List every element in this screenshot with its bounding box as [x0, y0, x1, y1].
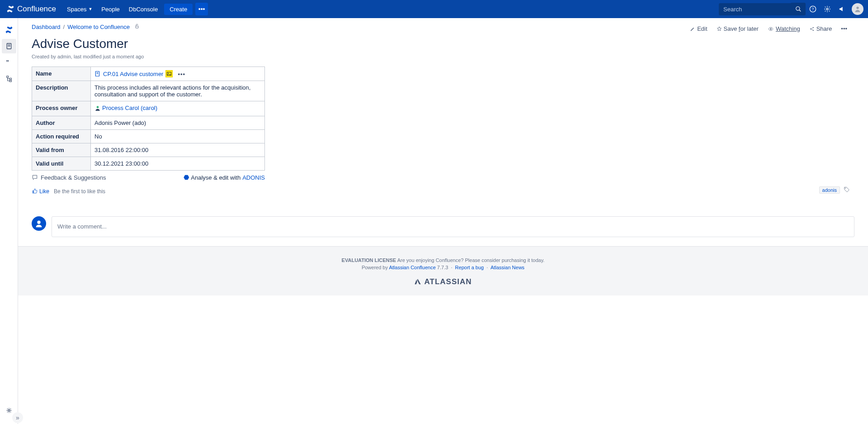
metadata-table: Name CP.01 Advise customer ••• Descripti… — [32, 67, 265, 171]
like-count-text: Be the first to like this — [54, 188, 105, 195]
more-actions-button[interactable]: ••• — [195, 3, 208, 15]
thumbs-up-icon — [32, 188, 38, 194]
sidebar-expand-button[interactable]: » — [12, 412, 23, 423]
analyse-link[interactable]: Analyse & edit with ADONIS — [184, 174, 265, 181]
create-button[interactable]: Create — [164, 4, 193, 15]
label-until: Valid until — [32, 157, 91, 170]
star-icon — [717, 26, 722, 32]
notifications-button[interactable] — [835, 2, 849, 16]
lock-open-icon — [134, 24, 140, 29]
gear-small-icon — [5, 407, 13, 414]
nav-people[interactable]: People — [97, 0, 124, 18]
image-attachment-icon[interactable] — [165, 70, 173, 77]
nav-spaces[interactable]: Spaces▼ — [62, 0, 97, 18]
value-description: This process includes all relevant actio… — [91, 81, 265, 101]
svg-point-22 — [97, 106, 99, 108]
svg-point-17 — [813, 30, 814, 31]
svg-point-23 — [845, 188, 846, 189]
label-owner: Process owner — [32, 101, 91, 116]
label-action: Action required — [32, 129, 91, 143]
svg-line-1 — [799, 10, 801, 12]
brand-label: Confluence — [17, 5, 56, 14]
sidebar-space-logo[interactable] — [2, 23, 16, 37]
byline-modified[interactable]: just a moment ago — [103, 54, 144, 59]
confluence-icon — [6, 5, 14, 13]
page-byline: Created by admin, last modified just a m… — [32, 54, 850, 59]
quote-icon: ” — [5, 59, 13, 66]
sidebar-pages[interactable] — [2, 39, 16, 53]
share-icon — [809, 26, 815, 32]
breadcrumb-welcome[interactable]: Welcome to Confluence — [67, 24, 130, 30]
sidebar-blog[interactable]: ” — [2, 55, 16, 70]
page-title: Advise Customer — [32, 37, 850, 51]
page-footer: EVALUATION LICENSE Are you enjoying Conf… — [18, 246, 868, 295]
process-name-link[interactable]: CP.01 Advise customer — [103, 71, 163, 77]
confluence-space-icon — [5, 26, 13, 34]
edit-button[interactable]: Edit — [687, 24, 710, 34]
svg-text:?: ? — [812, 7, 814, 11]
svg-rect-18 — [136, 26, 138, 29]
byline-author[interactable]: admin — [57, 54, 71, 59]
search-button[interactable] — [791, 3, 806, 15]
row-more-icon[interactable]: ••• — [178, 71, 185, 77]
svg-point-4 — [826, 8, 828, 10]
sidebar-tree[interactable] — [2, 71, 16, 86]
eye-icon — [768, 26, 774, 32]
svg-rect-12 — [9, 80, 11, 81]
svg-text:”: ” — [6, 59, 9, 66]
confluence-logo[interactable]: Confluence — [6, 5, 56, 14]
more-horizontal-icon: ••• — [198, 5, 205, 13]
pencil-icon — [690, 26, 695, 32]
footer-product-link[interactable]: Atlassian Confluence — [389, 265, 435, 270]
feedback-link[interactable]: Feedback & Suggestions — [32, 174, 106, 181]
label-name: Name — [32, 67, 91, 81]
help-button[interactable]: ? — [806, 2, 820, 16]
person-icon — [854, 5, 861, 13]
owner-link[interactable]: Process Carol (carol) — [102, 105, 157, 111]
label-description: Description — [32, 81, 91, 101]
search-input[interactable] — [719, 3, 791, 15]
user-avatar[interactable] — [852, 3, 863, 15]
page-more-button[interactable]: ••• — [838, 24, 850, 34]
footer-news[interactable]: Atlassian News — [491, 265, 524, 270]
eval-license-label: EVALUATION LICENSE — [342, 257, 396, 263]
user-icon — [94, 105, 101, 111]
value-author: Adonis Power (ado) — [91, 116, 265, 129]
save-for-later-button[interactable]: Save for later — [714, 24, 761, 34]
breadcrumb-dashboard[interactable]: Dashboard — [32, 24, 61, 30]
value-action: No — [91, 129, 265, 143]
watching-button[interactable]: Watching — [765, 24, 803, 34]
svg-rect-11 — [9, 78, 11, 80]
like-button[interactable]: Like — [32, 188, 49, 195]
comment-user-avatar — [32, 216, 46, 231]
share-button[interactable]: Share — [807, 24, 835, 34]
label-from: Valid from — [32, 143, 91, 157]
atlassian-logo[interactable]: ATLASSIAN — [27, 277, 859, 286]
label-author: Author — [32, 116, 91, 129]
breadcrumb: Dashboard / Welcome to Confluence — [32, 24, 687, 30]
tree-icon — [5, 75, 13, 82]
add-label-button[interactable] — [844, 186, 850, 194]
hexagon-icon — [184, 175, 189, 180]
process-doc-icon — [94, 71, 101, 77]
help-icon: ? — [809, 5, 816, 13]
label-icon — [844, 186, 850, 193]
speech-icon — [32, 174, 38, 181]
svg-point-25 — [37, 220, 40, 224]
value-until: 30.12.2021 23:00:00 — [91, 157, 265, 170]
eval-license-text: Are you enjoying Confluence? Please cons… — [396, 257, 544, 263]
value-from: 31.08.2016 22:00:00 — [91, 143, 265, 157]
more-horizontal-icon: ••• — [841, 25, 847, 32]
svg-rect-10 — [6, 76, 8, 77]
nav-dbconsole[interactable]: DbConsole — [124, 0, 162, 18]
svg-point-5 — [856, 7, 859, 9]
svg-point-21 — [168, 73, 169, 74]
comment-input[interactable]: Write a comment... — [52, 216, 854, 237]
svg-point-13 — [8, 410, 10, 411]
settings-button[interactable] — [820, 2, 835, 16]
footer-report-bug[interactable]: Report a bug — [455, 265, 484, 270]
svg-point-14 — [770, 28, 771, 29]
chevron-down-icon: ▼ — [88, 7, 92, 11]
breadcrumb-restrictions-icon[interactable] — [134, 24, 140, 30]
tag-adonis[interactable]: adonis — [819, 186, 840, 194]
